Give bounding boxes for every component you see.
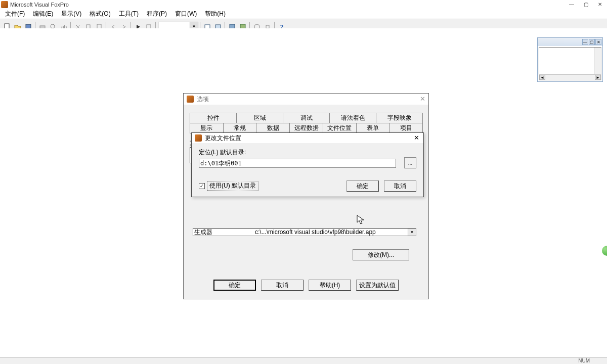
path-input[interactable] — [199, 159, 396, 168]
options-dialog-titlebar[interactable]: 选项 ✕ — [184, 94, 428, 105]
scroll-right-icon[interactable]: ► — [595, 75, 601, 80]
menu-bar: 文件(F) 编辑(E) 显示(V) 格式(O) 工具(T) 程序(P) 窗口(W… — [0, 9, 607, 19]
fox-icon — [195, 134, 202, 142]
cmd-maximize-icon[interactable]: ▢ — [589, 39, 595, 45]
cmd-hscrollbar[interactable]: ◄ ► — [539, 74, 601, 80]
tab-region[interactable]: 区域 — [236, 113, 283, 123]
tab-debug[interactable]: 调试 — [283, 113, 330, 123]
assistant-bubble-icon[interactable] — [602, 246, 607, 256]
path-label: 定位(L) 默认目录: — [199, 148, 416, 157]
cmd-minimize-icon[interactable]: — — [582, 39, 588, 45]
tab-display[interactable]: 显示 — [190, 123, 224, 133]
use-default-row: ✓ 使用(U) 默认目录 — [199, 181, 258, 191]
tabs-row-2: 显示 常规 数据 远程数据 文件位置 表单 项目 — [190, 123, 422, 133]
tab-controls[interactable]: 控件 — [190, 113, 237, 123]
tab-filelocation[interactable]: 文件位置 — [323, 123, 357, 133]
app-title: Microsoft Visual FoxPro — [10, 2, 69, 8]
change-dialog-buttons: 确定 取消 — [346, 180, 416, 192]
svg-point-3 — [51, 24, 55, 28]
command-window-titlebar[interactable]: — ▢ ✕ — [538, 38, 602, 46]
window-controls: — ▢ ✕ — [565, 0, 607, 8]
menu-view[interactable]: 显示(V) — [57, 9, 85, 19]
fox-icon — [187, 96, 194, 103]
options-dialog-title: 选项 — [197, 95, 209, 104]
change-cancel-button[interactable]: 取消 — [384, 180, 416, 192]
tab-general[interactable]: 常规 — [223, 123, 257, 133]
maximize-button[interactable]: ▢ — [579, 0, 593, 8]
command-window[interactable]: — ▢ ✕ ◄ ► — [537, 37, 603, 82]
use-default-checkbox[interactable]: ✓ — [199, 183, 205, 189]
options-buttons: 确定 取消 帮助(H) 设置为默认值 — [184, 280, 428, 291]
command-window-body[interactable] — [539, 47, 601, 74]
filelist-row-builder[interactable]: 生成器 c:\...\microsoft visual studio\vfp98… — [193, 228, 416, 236]
set-default-button[interactable]: 设置为默认值 — [356, 280, 399, 291]
cancel-button[interactable]: 取消 — [261, 280, 304, 291]
close-button[interactable]: ✕ — [593, 0, 607, 8]
use-default-label: 使用(U) 默认目录 — [207, 181, 258, 191]
options-close-icon[interactable]: ✕ — [418, 95, 426, 103]
change-dialog-title: 更改文件位置 — [205, 134, 241, 143]
menu-edit[interactable]: 编辑(E) — [29, 9, 57, 19]
tab-data[interactable]: 数据 — [256, 123, 290, 133]
tab-remote[interactable]: 远程数据 — [289, 123, 323, 133]
app-icon — [1, 1, 8, 8]
change-close-icon[interactable]: ✕ — [412, 134, 420, 142]
menu-program[interactable]: 程序(P) — [143, 9, 171, 19]
tabs-row-1: 控件 区域 调试 语法着色 字段映象 — [190, 113, 422, 123]
scroll-down-icon[interactable]: ▼ — [408, 229, 416, 236]
menu-tools[interactable]: 工具(T) — [115, 9, 143, 19]
cmd-close-icon[interactable]: ✕ — [595, 39, 601, 45]
menu-window[interactable]: 窗口(W) — [171, 9, 201, 19]
tab-form[interactable]: 表单 — [356, 123, 390, 133]
change-location-dialog: 更改文件位置 ✕ 定位(L) 默认目录: ... ✓ 使用(U) 默认目录 确定… — [191, 132, 424, 197]
row-path: c:\...\microsoft visual studio\vfp98\bui… — [255, 229, 376, 236]
status-num: NUM — [578, 358, 590, 363]
change-dialog-titlebar[interactable]: 更改文件位置 ✕ — [192, 133, 423, 143]
menu-format[interactable]: 格式(O) — [85, 9, 114, 19]
menu-help[interactable]: 帮助(H) — [201, 9, 230, 19]
change-ok-button[interactable]: 确定 — [346, 180, 379, 192]
tab-fieldmap[interactable]: 字段映象 — [376, 113, 423, 123]
modify-button[interactable]: 修改(M)... — [353, 249, 409, 260]
tab-syntax[interactable]: 语法着色 — [329, 113, 376, 123]
row-type: 生成器 — [194, 228, 255, 237]
cmd-vscrollbar[interactable] — [594, 48, 601, 74]
title-bar: Microsoft Visual FoxPro — ▢ ✕ — [0, 0, 607, 9]
browse-button[interactable]: ... — [404, 157, 416, 168]
scroll-left-icon[interactable]: ◄ — [539, 75, 545, 80]
tab-project[interactable]: 项目 — [389, 123, 423, 133]
status-bar: NUM — [0, 357, 607, 364]
menu-file[interactable]: 文件(F) — [1, 9, 29, 19]
change-dialog-body: 定位(L) 默认目录: ... ✓ 使用(U) 默认目录 确定 取消 — [192, 143, 423, 197]
help-button-dlg[interactable]: 帮助(H) — [309, 280, 351, 291]
minimize-button[interactable]: — — [565, 0, 579, 8]
ok-button[interactable]: 确定 — [213, 280, 256, 291]
